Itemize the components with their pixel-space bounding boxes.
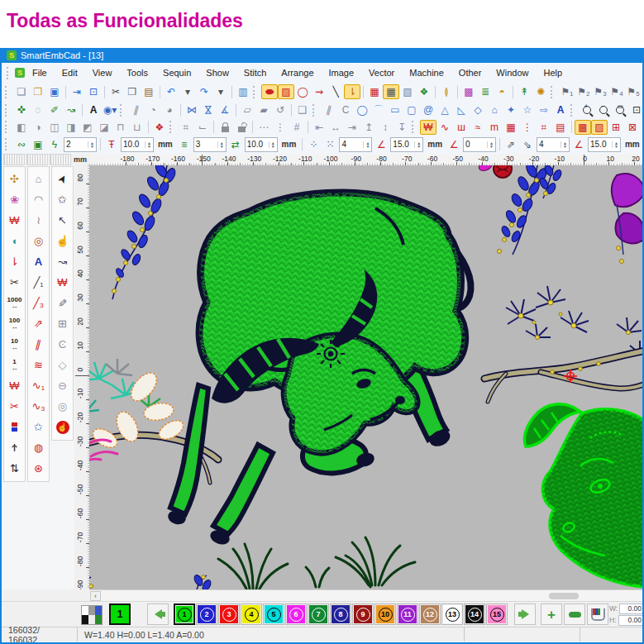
- run-input-tool[interactable]: ◯: [294, 84, 311, 99]
- angle-icon[interactable]: ∠: [446, 137, 462, 152]
- square-grid-fill-button[interactable]: ⊞: [608, 120, 624, 135]
- color-swatch-15[interactable]: 15: [486, 603, 508, 625]
- next-color-button[interactable]: [514, 603, 536, 625]
- zigzag-fill-button[interactable]: ≶: [641, 120, 642, 135]
- skew-vertical-button[interactable]: ▰: [255, 103, 272, 117]
- magic-wand-button[interactable]: ◌: [30, 103, 46, 117]
- weld-intersect-button[interactable]: ◫: [46, 120, 63, 135]
- diamond-shape-button[interactable]: ◇: [470, 103, 486, 117]
- auto-digitize-button[interactable]: ✜: [13, 103, 30, 117]
- parallel-hatch-button[interactable]: ∥: [128, 103, 145, 117]
- run-line-tool[interactable]: ╱₁: [29, 272, 48, 293]
- ring-tool[interactable]: ◎: [53, 396, 72, 417]
- spiral-small-button[interactable]: ◔: [145, 103, 161, 117]
- angle-spinner[interactable]: 0▲▼: [463, 137, 496, 152]
- needle-insert-tool[interactable]: ⇂: [5, 251, 24, 272]
- lettering-button[interactable]: A: [85, 103, 102, 117]
- zoom-in-button[interactable]: +: [579, 103, 595, 117]
- current-color-box[interactable]: 1: [109, 603, 131, 625]
- align-center-button[interactable]: ↔: [327, 120, 344, 135]
- color-swatch-7[interactable]: 7: [308, 603, 329, 625]
- toolbar-handle[interactable]: [312, 104, 317, 117]
- mirror-horizontal-button[interactable]: ⋈: [184, 103, 200, 117]
- menu-other[interactable]: Other: [451, 68, 489, 78]
- rotate-45-button[interactable]: ∡: [217, 103, 233, 117]
- pull-comp-spinner[interactable]: 10.0▲▼: [121, 137, 154, 152]
- color-swatch-14[interactable]: 14: [464, 603, 485, 625]
- menu-sequin[interactable]: Sequin: [155, 68, 198, 78]
- text-shape-button[interactable]: A: [552, 103, 569, 117]
- move-1-tool[interactable]: 1↔: [5, 355, 24, 375]
- satin-stitch-type-button[interactable]: ₩: [420, 120, 436, 135]
- wheel-fill-tool[interactable]: ⊛: [29, 458, 48, 479]
- redo-dropdown[interactable]: ▾: [212, 84, 229, 99]
- rotate-ccw-button[interactable]: ↺: [272, 103, 289, 117]
- machine-head-1-button[interactable]: ⚑₁: [559, 84, 575, 99]
- width-angle-icon[interactable]: ∠: [373, 137, 389, 152]
- machine-head-4-button[interactable]: ⚑₄: [608, 84, 625, 99]
- envelope-button[interactable]: ⌙: [194, 120, 211, 135]
- motif-input-tool[interactable]: ⇝: [311, 84, 327, 99]
- arc2-shape-button[interactable]: ⌒: [370, 103, 387, 117]
- menu-machine[interactable]: Machine: [402, 68, 451, 78]
- color-swatch-8[interactable]: 8: [330, 603, 351, 625]
- satin-input-tool[interactable]: ⬬: [261, 84, 278, 99]
- hexagon-tool[interactable]: ◇: [53, 355, 72, 375]
- motif-fill-type-button[interactable]: m: [486, 120, 503, 135]
- cut-button[interactable]: ✂: [107, 84, 124, 99]
- toolbar-handle[interactable]: [5, 121, 10, 133]
- align-bottom-button[interactable]: ↧: [394, 120, 410, 135]
- new-document-button[interactable]: ❏: [13, 84, 30, 99]
- mirror-vertical-button[interactable]: ⋈: [200, 103, 217, 117]
- menu-tools[interactable]: Tools: [119, 68, 155, 78]
- toolbar-handle[interactable]: [5, 138, 10, 150]
- sequin-place-tool[interactable]: ◎: [29, 231, 48, 251]
- reshape-button[interactable]: ⌗: [178, 120, 194, 135]
- wave-fill-type-button[interactable]: ≈: [470, 120, 486, 135]
- weld-exclude-button[interactable]: ◨: [63, 120, 79, 135]
- coil-button[interactable]: ◕: [161, 103, 178, 117]
- cut-thread-tool[interactable]: ✂: [5, 396, 24, 417]
- menubar-handle[interactable]: [7, 67, 12, 79]
- spacing-horizontal-button[interactable]: ⋯: [255, 120, 272, 135]
- fill-input-tool[interactable]: ▨: [278, 84, 294, 99]
- machine-head-3-button[interactable]: ⚑₃: [592, 84, 608, 99]
- align-top-button[interactable]: ↥: [360, 120, 377, 135]
- motif-run-tool[interactable]: ⇗: [29, 313, 48, 334]
- polyline-run-tool[interactable]: ∿₁: [29, 375, 48, 396]
- move-design-button[interactable]: ↟: [516, 84, 532, 99]
- stitch-length-icon[interactable]: ⇄: [227, 137, 244, 152]
- tube-tool[interactable]: ≀: [29, 210, 48, 231]
- move-10-tool[interactable]: 10↔: [5, 334, 24, 355]
- color-swatch-2[interactable]: 2: [196, 603, 217, 625]
- menu-vector[interactable]: Vector: [361, 68, 402, 78]
- height-value[interactable]: 0.00: [618, 615, 644, 626]
- baseline-ref-tool[interactable]: Ϯ: [5, 437, 24, 458]
- spiral-shape-button[interactable]: @: [420, 103, 436, 117]
- layer-count-spinner[interactable]: 2▲▼: [64, 137, 97, 152]
- undo-button[interactable]: ↶: [163, 84, 179, 99]
- import-design-button[interactable]: ⇥: [69, 84, 85, 99]
- rect-shape-button[interactable]: ▭: [387, 103, 403, 117]
- flower-pattern-tool[interactable]: ❀: [5, 189, 24, 210]
- zigzag-stitch-type-button[interactable]: ∿: [436, 120, 453, 135]
- density-bolt-icon[interactable]: ϟ: [46, 137, 63, 152]
- node-edit-tool[interactable]: ↖: [53, 210, 72, 231]
- outline-box-icon[interactable]: ▣: [30, 137, 46, 152]
- run-stitch-icon[interactable]: ≡: [176, 137, 193, 152]
- grid-settings-button[interactable]: ▦: [383, 84, 399, 99]
- toolbar-handle[interactable]: [5, 86, 10, 98]
- spacing-vertical-button[interactable]: ⋮: [272, 120, 289, 135]
- underlay-icon[interactable]: ∾: [13, 137, 30, 152]
- scrollbar-thumb[interactable]: [549, 593, 579, 599]
- grid-toggle-button[interactable]: ▦: [366, 84, 383, 99]
- weld-apply-button[interactable]: ❖: [151, 120, 168, 135]
- color-swatch-3[interactable]: 3: [218, 603, 240, 625]
- pan-tool[interactable]: ☝: [53, 231, 72, 251]
- copy-button[interactable]: ❒: [124, 84, 141, 99]
- satin-column-tool[interactable]: ₩: [5, 210, 24, 231]
- menu-view[interactable]: View: [85, 68, 120, 78]
- menu-show[interactable]: Show: [198, 68, 236, 78]
- machine-head-5-button[interactable]: ⚑₅: [625, 84, 642, 99]
- width-spinner[interactable]: 15.0▲▼: [390, 137, 423, 152]
